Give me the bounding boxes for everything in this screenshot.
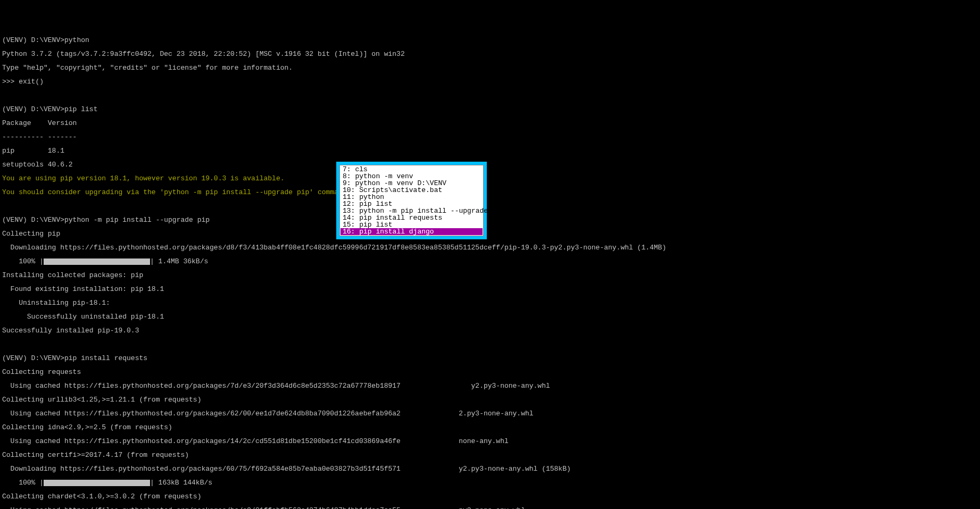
- piplist-header: Package Version: [2, 120, 978, 127]
- repl-exit: >>> exit(): [2, 78, 978, 85]
- pip-warning: You should consider upgrading via the 'p…: [2, 189, 978, 196]
- piplist-row: setuptools 40.6.2: [2, 161, 978, 168]
- prompt-line: (VENV) D:\VENV>python -m pip install --u…: [2, 216, 978, 223]
- success: Successfully installed pip-19.0.3: [2, 327, 978, 334]
- cached: Using cached https://files.pythonhosted.…: [2, 382, 978, 389]
- prompt-line: (VENV) D:\VENV>pip list: [2, 106, 978, 113]
- progress-bar-line: 100% || 163kB 144kB/s: [2, 479, 978, 486]
- prompt-line: (VENV) D:\VENV>python: [2, 37, 978, 44]
- command-history-popup[interactable]: 7: cls8: python -m venv9: python -m venv…: [336, 162, 487, 239]
- progress-bar-line: 100% || 1.4MB 36kB/s: [2, 258, 978, 265]
- piplist-row: pip 18.1: [2, 147, 978, 154]
- collecting: Collecting idna<2.9,>=2.5 (from requests…: [2, 424, 978, 431]
- python-version: Python 3.7.2 (tags/v3.7.2:9a3ffc0492, De…: [2, 51, 978, 57]
- cached: Using cached https://files.pythonhosted.…: [2, 438, 978, 445]
- progress-bar-fill: [44, 480, 150, 486]
- downloading: Downloading https://files.pythonhosted.o…: [2, 244, 978, 251]
- history-item[interactable]: 16: pip install django: [340, 228, 483, 235]
- cached: Using cached https://files.pythonhosted.…: [2, 410, 978, 417]
- collecting: Collecting pip: [2, 230, 978, 237]
- collecting: Collecting urllib3<1.25,>=1.21.1 (from r…: [2, 396, 978, 403]
- python-help: Type "help", "copyright", "credits" or "…: [2, 64, 978, 71]
- prompt-line: (VENV) D:\VENV>pip install requests: [2, 355, 978, 362]
- uninstalled: Successfully uninstalled pip-18.1: [2, 313, 978, 320]
- collecting: Collecting requests: [2, 369, 978, 376]
- installing: Installing collected packages: pip: [2, 272, 978, 279]
- cached: Using cached https://files.pythonhosted.…: [2, 507, 978, 509]
- found-install: Found existing installation: pip 18.1: [2, 286, 978, 293]
- terminal-output: (VENV) D:\VENV>python Python 3.7.2 (tags…: [2, 30, 978, 509]
- progress-bar-fill: [44, 258, 150, 265]
- downloading: Downloading https://files.pythonhosted.o…: [2, 465, 978, 472]
- collecting: Collecting chardet<3.1.0,>=3.0.2 (from r…: [2, 493, 978, 500]
- uninstalling: Uninstalling pip-18.1:: [2, 299, 978, 306]
- piplist-divider: ---------- -------: [2, 133, 978, 140]
- collecting: Collecting certifi>=2017.4.17 (from requ…: [2, 452, 978, 458]
- pip-warning: You are using pip version 18.1, however …: [2, 175, 978, 182]
